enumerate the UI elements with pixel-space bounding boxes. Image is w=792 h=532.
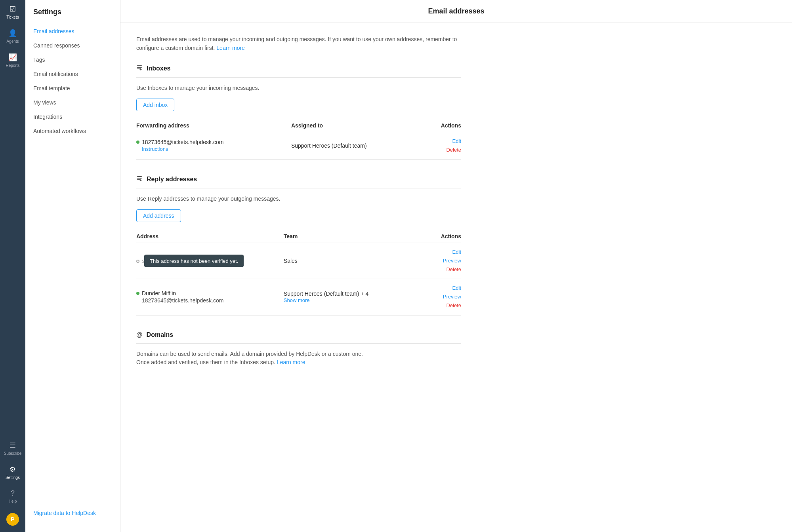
inbox-assigned-to: Support Heroes (Default team) <box>291 132 425 159</box>
tickets-icon: ☑ <box>10 5 16 13</box>
icon-nav: ☑ Tickets 👤 Agents 📈 Reports ☰ Subscribe… <box>0 0 25 532</box>
reply-preview-link-2[interactable]: Preview <box>443 293 461 301</box>
svg-rect-3 <box>137 176 142 177</box>
inboxes-divider <box>136 77 461 78</box>
inbox-actions: Edit Delete <box>425 132 461 159</box>
sidebar-item-tags[interactable]: Tags <box>25 53 120 67</box>
nav-label-settings: Settings <box>6 475 20 480</box>
reply-address-cell-2: Dunder Mifflin 18273645@tickets.helpdesk… <box>136 279 284 315</box>
table-row: 18273645@tickets.helpdesk.com Instructio… <box>136 132 461 159</box>
sidebar-item-email-notifications[interactable]: Email notifications <box>25 67 120 81</box>
col-address: Address <box>136 230 284 243</box>
col-forwarding-address: Forwarding address <box>136 119 291 132</box>
inbox-address-cell: 18273645@tickets.helpdesk.com Instructio… <box>136 132 291 159</box>
col-assigned-to: Assigned to <box>291 119 425 132</box>
reply-address-cell-1: This address has not been verified yet. … <box>136 243 284 279</box>
settings-icon: ⚙ <box>10 465 16 474</box>
inboxes-title: Inboxes <box>147 65 170 72</box>
sidebar-item-automated-workflows[interactable]: Automated workflows <box>25 124 120 138</box>
status-dot-active <box>136 141 139 144</box>
reply-table: Address Team Actions <box>136 230 461 315</box>
sidebar-footer-migrate[interactable]: Migrate data to HelpDesk <box>25 502 120 524</box>
domains-description: Domains can be used to send emails. Add … <box>136 350 461 367</box>
description-learn-more-link[interactable]: Learn more <box>216 45 245 51</box>
nav-label-agents: Agents <box>6 39 19 44</box>
nav-item-settings[interactable]: ⚙ Settings <box>0 460 25 484</box>
main-body: Email addresses are used to manage your … <box>120 23 477 394</box>
nav-item-tickets[interactable]: ☑ Tickets <box>0 0 25 24</box>
domains-section: @ Domains Domains can be used to send em… <box>136 331 461 367</box>
nav-item-reports[interactable]: 📈 Reports <box>0 48 25 72</box>
reply-name-2: Dunder Mifflin <box>142 290 176 296</box>
subscribe-icon: ☰ <box>10 441 16 450</box>
sidebar-item-my-views[interactable]: My views <box>25 95 120 110</box>
reply-delete-link-2[interactable]: Delete <box>446 301 461 310</box>
sidebar-title: Settings <box>25 8 120 24</box>
status-dot-unverified <box>136 260 139 263</box>
inbox-address: 18273645@tickets.helpdesk.com <box>142 139 223 145</box>
reports-icon: 📈 <box>8 53 17 62</box>
reply-edit-link-2[interactable]: Edit <box>452 284 461 293</box>
domains-icon: @ <box>136 331 143 338</box>
reply-delete-link-1[interactable]: Delete <box>446 265 461 274</box>
inboxes-table: Forwarding address Assigned to Actions 1… <box>136 119 461 160</box>
show-more-link[interactable]: Show more <box>284 297 310 303</box>
reply-title: Reply addresses <box>147 176 197 183</box>
reply-team-2: Support Heroes (Default team) + 4 Show m… <box>284 279 427 315</box>
svg-rect-1 <box>137 67 142 68</box>
status-dot-active-2 <box>136 292 139 295</box>
help-icon: ? <box>11 489 15 498</box>
reply-edit-link-1[interactable]: Edit <box>452 248 461 256</box>
svg-rect-0 <box>137 65 142 66</box>
domains-title: Domains <box>147 331 174 338</box>
page-description: Email addresses are used to manage your … <box>136 35 461 53</box>
tooltip-container: This address has not been verified yet. <box>136 258 139 264</box>
sidebar-item-email-addresses[interactable]: Email addresses <box>25 24 120 38</box>
table-row: Dunder Mifflin 18273645@tickets.helpdesk… <box>136 279 461 315</box>
svg-rect-4 <box>137 178 142 179</box>
reply-address-2: 18273645@tickets.helpdesk.com <box>142 297 284 304</box>
reply-divider <box>136 188 461 188</box>
table-row: This address has not been verified yet. … <box>136 243 461 279</box>
sidebar-item-canned-responses[interactable]: Canned responses <box>25 38 120 53</box>
nav-label-reports: Reports <box>6 63 19 68</box>
sidebar: Settings Email addresses Canned response… <box>25 0 120 532</box>
col-actions-inbox: Actions <box>425 119 461 132</box>
page-title: Email addresses <box>120 0 792 23</box>
nav-item-subscribe[interactable]: ☰ Subscribe <box>0 436 25 460</box>
reply-description: Use Reply addresses to manage your outgo… <box>136 195 461 203</box>
inboxes-section-header: Inboxes <box>136 65 461 72</box>
reply-address-1: sales@dundermifflin.com <box>142 258 204 264</box>
reply-section-header: Reply addresses <box>136 175 461 183</box>
sidebar-item-email-template[interactable]: Email template <box>25 81 120 95</box>
inbox-edit-link[interactable]: Edit <box>452 137 461 146</box>
reply-actions-2: Edit Preview Delete <box>427 279 461 315</box>
domains-section-header: @ Domains <box>136 331 461 338</box>
inbox-delete-link[interactable]: Delete <box>446 146 461 154</box>
col-team: Team <box>284 230 427 243</box>
inboxes-section: Inboxes Use Inboxes to manage your incom… <box>136 65 461 160</box>
reply-icon <box>136 175 143 183</box>
inboxes-icon <box>136 65 143 72</box>
nav-item-agents[interactable]: 👤 Agents <box>0 24 25 48</box>
nav-label-subscribe: Subscribe <box>4 451 21 456</box>
nav-item-help[interactable]: ? Help <box>0 484 25 508</box>
reply-addresses-section: Reply addresses Use Reply addresses to m… <box>136 175 461 315</box>
add-inbox-button[interactable]: Add inbox <box>136 99 174 111</box>
avatar: P <box>6 513 19 526</box>
add-address-button[interactable]: Add address <box>136 209 181 222</box>
reply-team-1: Sales <box>284 243 427 279</box>
col-actions-reply: Actions <box>427 230 461 243</box>
domains-divider <box>136 343 461 344</box>
main-content: Email addresses Email addresses are used… <box>120 0 792 532</box>
domains-learn-more-link[interactable]: Learn more <box>277 359 305 365</box>
inbox-instructions-link[interactable]: Instructions <box>142 146 291 152</box>
nav-label-tickets: Tickets <box>6 15 19 19</box>
inboxes-description: Use Inboxes to manage your incoming mess… <box>136 84 461 92</box>
reply-actions-1: Edit Preview Delete <box>427 243 461 279</box>
agents-icon: 👤 <box>8 29 17 38</box>
reply-preview-link-1[interactable]: Preview <box>443 256 461 265</box>
nav-label-help: Help <box>9 499 17 504</box>
sidebar-item-integrations[interactable]: Integrations <box>25 110 120 124</box>
avatar-item[interactable]: P <box>0 508 25 532</box>
